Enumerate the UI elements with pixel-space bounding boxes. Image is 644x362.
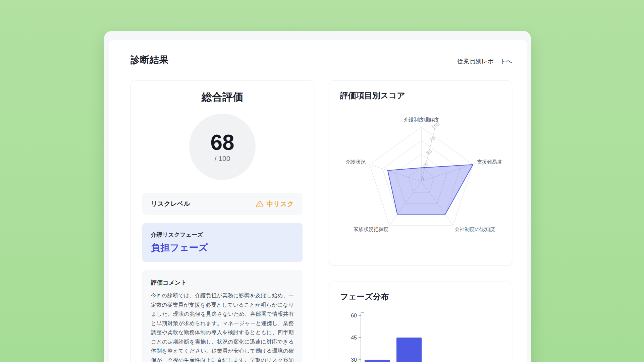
overall-evaluation-card: 総合評価 68 / 100 リスクレベル 中リスク — [130, 80, 314, 362]
care-risk-phase-box: 介護リスクフェーズ 負担フェーズ — [142, 223, 303, 262]
comment-title: 評価コメント — [151, 279, 294, 287]
svg-text:介護制度理解度: 介護制度理解度 — [404, 117, 439, 122]
svg-text:75: 75 — [428, 135, 436, 143]
bar-chart: 604530 — [329, 282, 512, 362]
employee-report-link[interactable]: 従業員別レポートへ — [457, 57, 512, 65]
phase-value: 負担フェーズ — [151, 242, 294, 254]
risk-level-row: リスクレベル 中リスク — [142, 193, 303, 215]
svg-text:家族状況把握度: 家族状況把握度 — [354, 226, 389, 232]
phase-distribution-card: フェーズ分布 604530 — [329, 282, 512, 362]
risk-level-label: リスクレベル — [151, 199, 190, 208]
overall-title: 総合評価 — [142, 91, 303, 104]
page-title: 診断結果 — [130, 54, 169, 66]
svg-text:支援難易度: 支援難易度 — [477, 159, 502, 165]
score-circle: 68 / 100 — [189, 114, 256, 180]
warning-triangle-icon — [256, 200, 264, 208]
score-value: 68 — [210, 131, 234, 154]
svg-text:30: 30 — [351, 357, 357, 362]
diagnosis-results-screen: { "page": { "title": "診断結果", "report_lin… — [0, 0, 644, 362]
svg-text:45: 45 — [351, 335, 357, 341]
phase-label: 介護リスクフェーズ — [151, 231, 294, 239]
svg-text:会社制度の認知度: 会社制度の認知度 — [454, 226, 495, 232]
charts-column: 評価項目別スコア 0255075100介護制度理解度支援難易度会社制度の認知度家… — [329, 80, 512, 362]
risk-value-text: 中リスク — [267, 199, 294, 208]
content-columns: 総合評価 68 / 100 リスクレベル 中リスク — [130, 80, 512, 362]
comment-text: 今回の診断では、介護負担が業務に影響を及ぼし始め、一定数の従業員が支援を必要とし… — [151, 291, 294, 362]
evaluation-comment-box: 評価コメント 今回の診断では、介護負担が業務に影響を及ぼし始め、一定数の従業員が… — [142, 270, 303, 362]
score-max: / 100 — [215, 155, 230, 163]
radar-chart: 0255075100介護制度理解度支援難易度会社制度の認知度家族状況把握度介護状… — [329, 81, 512, 265]
svg-text:60: 60 — [351, 313, 357, 318]
dialog-shell: 診断結果 従業員別レポートへ 総合評価 68 / 100 リスクレベル — [104, 31, 531, 362]
svg-text:50: 50 — [425, 148, 433, 156]
results-page: 診断結果 従業員別レポートへ 総合評価 68 / 100 リスクレベル — [109, 40, 527, 362]
score-radar-card: 評価項目別スコア 0255075100介護制度理解度支援難易度会社制度の認知度家… — [329, 80, 512, 265]
svg-text:介護状況: 介護状況 — [345, 159, 366, 165]
risk-level-value: 中リスク — [256, 199, 294, 208]
